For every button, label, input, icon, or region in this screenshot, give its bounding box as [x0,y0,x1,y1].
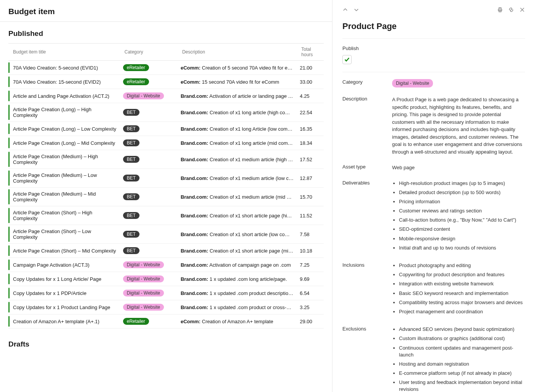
table-row[interactable]: Article Page Creation (Short) – High Com… [8,206,324,225]
list-item: Call-to-action buttons (e.g., "Buy Now,"… [399,217,525,224]
inclusions-list: Product photography and editingCopywriti… [392,262,525,315]
row-category-tag: BET [123,175,139,181]
list-item: Basic SEO keyword research and implement… [399,290,525,297]
row-hours: 16.35 [297,122,324,136]
row-desc: Creation of x1 long article (high comple… [208,110,297,115]
row-title: Article Page Creation (Medium) – Low Com… [13,172,97,184]
row-category-tag: Digital - Website [123,304,164,311]
exclusions-list: Advanced SEO services (beyond basic opti… [392,326,525,392]
list-item: Detailed product description (up to 500 … [399,189,525,196]
row-desc: Creation of x1 short article (low comple… [208,232,297,237]
row-category-tag: Digital - Website [123,290,164,296]
table-row[interactable]: Article Page Creation (Short) – Mid Comp… [8,244,324,258]
row-desc: Activation of article or landing page on… [208,93,297,99]
list-item: Customer reviews and ratings section [399,207,525,214]
table-row[interactable]: Article Page Creation (Long) – High Comp… [8,103,324,122]
col-title[interactable]: Budget item title [8,44,120,61]
row-title: Creation of Amazon A+ template (A+.1) [13,319,99,324]
print-icon[interactable] [497,7,503,14]
table-row[interactable]: Article Page Creation (Medium) – Mid Com… [8,188,324,206]
row-hours: 21.00 [297,61,324,75]
table-row[interactable]: Article Page Creation (Long) – Low Compl… [8,122,324,136]
table-row[interactable]: Article and Landing Page Activation (ACT… [8,89,324,103]
row-hours: 12.87 [297,169,324,188]
table-row[interactable]: Copy Updates for x 1 Long Article/ Page … [8,272,324,286]
list-item: Continuous content updates and managemen… [399,345,525,358]
row-hours: 9.69 [297,272,324,286]
row-title: Article Page Creation (Short) – Low Comp… [13,228,91,240]
table-row[interactable]: Copy Updates for x 1 PDP/Article Digital… [8,286,324,300]
row-marker [8,302,10,313]
row-category-tag: BET [123,109,139,116]
divider [342,38,525,39]
row-title: 70A Video Creation: 5-second (EVID1) [13,65,98,71]
published-heading: Published [8,29,324,38]
next-record-icon[interactable] [353,7,359,14]
page-title: Budget item [8,7,324,16]
row-marker [8,170,10,186]
table-row[interactable]: Article Page Creation (Long) – Mid Compl… [8,136,324,150]
col-hours[interactable]: Total hours [297,44,324,61]
row-desc-prefix: eComm: [181,319,201,324]
table-row[interactable]: Article Page Creation (Short) – Low Comp… [8,225,324,244]
row-desc: Creation of x1 long Article (low complex… [208,126,297,132]
field-label: Category [342,79,392,87]
row-category-tag: BET [123,139,139,146]
table-row[interactable]: Creation of Amazon A+ template (A+.1) eR… [8,314,324,329]
row-title: Article Page Creation (Long) – Mid Compl… [13,140,115,146]
row-desc-prefix: Brand.com: [181,213,208,219]
col-description[interactable]: Description [178,44,297,61]
row-hours: 22.54 [297,103,324,122]
row-marker [8,288,10,298]
field-label: Inclusions [342,262,392,317]
row-hours: 7.58 [297,225,324,244]
list-item: Hosting and domain registration [399,361,525,368]
col-category[interactable]: Category [120,44,178,61]
budget-table: Budget item title Category Description T… [8,43,324,329]
table-row[interactable]: Copy Updates for x 1 Product Landing Pag… [8,300,324,314]
table-row[interactable]: Article Page Creation (Medium) – High Co… [8,150,324,169]
field-description: Description A Product Page is a web page… [342,96,525,156]
table-row[interactable]: 70A Video Creation: 5-second (EVID1) eRe… [8,61,324,75]
list-item: Advanced SEO services (beyond basic opti… [399,326,525,333]
divider [342,72,525,72]
row-category-tag: Digital - Website [123,275,164,282]
row-title: Article Page Creation (Short) – High Com… [13,210,92,221]
list-item: Copywriting for product description and … [399,271,525,278]
category-tag: Digital - Website [392,79,433,87]
row-title: Article Page Creation (Long) – High Comp… [13,107,91,118]
list-item: High-resolution product images (up to 5 … [399,180,525,187]
row-desc: Creation of x1 medium article (mid compl… [208,194,297,200]
row-hours: 11.52 [297,206,324,225]
row-title: Copy Updates for x 1 Product Landing Pag… [13,305,110,310]
publish-checkbox[interactable] [342,55,352,64]
row-desc-prefix: Brand.com: [181,232,208,237]
field-label: Asset type [342,164,392,172]
row-hours: 4.25 [297,89,324,103]
row-hours: 10.18 [297,244,324,258]
detail-toolbar [342,7,525,14]
table-row[interactable]: Campaign Page Activation (ACT.3) Digital… [8,258,324,272]
row-desc-prefix: Brand.com: [181,305,208,310]
table-row[interactable]: Article Page Creation (Medium) – Low Com… [8,169,324,188]
close-icon[interactable] [519,7,525,14]
detail-panel: Product Page Publish Category Digital - … [332,0,535,392]
prev-record-icon[interactable] [342,7,348,14]
list-item: Compatibility testing across major brows… [399,299,525,306]
field-category: Category Digital - Website [342,79,525,87]
row-desc-prefix: Brand.com: [181,126,208,132]
list-item: Project management and coordination [399,308,525,315]
row-marker [8,208,10,223]
row-desc-prefix: Brand.com: [181,157,208,162]
field-value: A Product Page is a web page dedicated t… [392,96,525,156]
row-category-tag: BET [123,247,139,254]
row-desc: 15 second 70A video fit for eComm [201,79,279,85]
link-icon[interactable] [508,7,514,14]
detail-title: Product Page [342,21,525,31]
row-hours: 15.70 [297,188,324,206]
row-marker [8,274,10,284]
table-row[interactable]: 70A Video Creation: 15-second (EVID2) eR… [8,75,324,89]
field-deliverables: Deliverables High-resolution product ima… [342,180,525,254]
row-category-tag: Digital - Website [123,92,164,99]
row-marker [8,245,10,256]
